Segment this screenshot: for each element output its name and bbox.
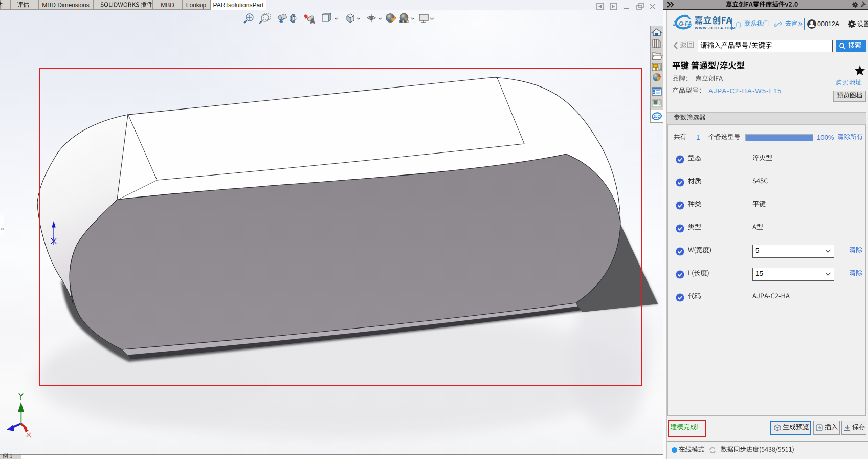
svg-text:A: A (310, 18, 315, 24)
svg-text:FA: FA (685, 20, 692, 27)
svg-text:JLC: JLC (653, 115, 660, 118)
svg-text:●: ● (681, 21, 684, 27)
